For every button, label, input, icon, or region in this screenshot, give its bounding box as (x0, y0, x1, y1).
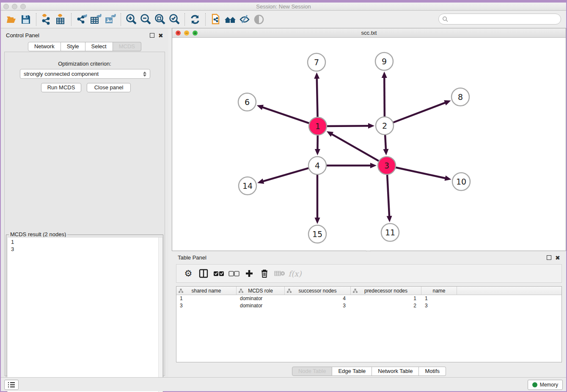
hide-selected-icon[interactable] (237, 12, 252, 27)
show-all-icon[interactable] (252, 12, 266, 27)
network-window-titlebar[interactable]: ✕ − + scc.txt (172, 28, 566, 38)
float-panel-icon[interactable] (150, 33, 156, 39)
gear-icon[interactable]: ⚙ (181, 267, 196, 280)
edge-3-10[interactable] (395, 167, 446, 178)
network-window-title: scc.txt (172, 30, 566, 36)
control-panel-tabs: NetworkStyleSelectMCDS (1, 42, 168, 51)
edge-3-1[interactable] (331, 134, 380, 161)
column-header-successor-nodes: successor nodes (298, 288, 336, 294)
run-mcds-button[interactable]: Run MCDS (41, 83, 81, 92)
tab-mcds[interactable]: MCDS (113, 42, 141, 51)
table-row[interactable]: 3dominator323 (176, 302, 561, 309)
table-column-header[interactable]: successor nodes (285, 287, 351, 295)
tab-network-table[interactable]: Network Table (372, 367, 419, 376)
toolbar-separator (36, 13, 36, 26)
result-scrollbar[interactable] (158, 237, 162, 392)
close-panel-button[interactable]: Close panel (87, 83, 131, 92)
import-table-icon[interactable] (54, 12, 68, 27)
table-column-header[interactable]: MCDS role (237, 287, 285, 295)
main-toolbar (1, 11, 566, 28)
search-field[interactable] (450, 16, 561, 22)
node-table[interactable]: shared nameMCDS rolesuccessor nodesprede… (176, 286, 562, 362)
mcds-result-group: MCDS result (2 nodes) 1 3 (6, 235, 163, 392)
arrowhead-icon (314, 72, 319, 79)
cell-shared-name: 3 (176, 302, 237, 309)
task-history-button[interactable] (4, 380, 19, 390)
mcds-panel: Optimization criterion: strongly connect… (4, 52, 165, 376)
table-header-row: shared nameMCDS rolesuccessor nodesprede… (176, 287, 561, 295)
tab-network[interactable]: Network (28, 42, 61, 51)
clone-network-icon[interactable] (209, 12, 223, 27)
mcds-result-title: MCDS result (2 nodes) (9, 231, 67, 237)
tab-motifs[interactable]: Motifs (419, 367, 446, 376)
mcds-result-area[interactable]: 1 3 (7, 237, 163, 392)
edge-2-8[interactable] (392, 102, 446, 123)
node-label-3: 3 (384, 161, 389, 170)
control-panel: Control Panel ✖ NetworkStyleSelectMCDS O… (1, 28, 168, 379)
table-column-header[interactable]: shared name (176, 287, 237, 295)
tab-edge-table[interactable]: Edge Table (332, 367, 372, 376)
arrowhead-icon (383, 149, 388, 155)
deselect-all-icon[interactable] (226, 267, 242, 280)
column-header-name: name (432, 288, 445, 294)
trash-icon[interactable] (257, 267, 272, 280)
zoom-selected-icon[interactable] (167, 12, 182, 27)
hierarchy-icon (353, 289, 358, 293)
arrowhead-icon (370, 163, 377, 168)
search-input[interactable] (438, 14, 561, 25)
edge-3-11[interactable] (387, 174, 389, 217)
export-table-icon[interactable] (89, 12, 103, 27)
memory-status-icon (532, 382, 537, 387)
add-icon[interactable] (242, 267, 257, 280)
edge-1-2[interactable] (326, 126, 369, 126)
node-label-6: 6 (245, 97, 250, 107)
zoom-fit-icon[interactable] (153, 12, 167, 27)
close-panel-icon[interactable]: ✖ (555, 255, 561, 261)
toolbar-separator (205, 13, 206, 26)
select-all-icon[interactable] (211, 267, 226, 280)
refresh-layout-icon[interactable] (188, 12, 202, 27)
main-titlebar: Session: New Session (1, 3, 566, 11)
tab-select[interactable]: Select (85, 42, 113, 51)
open-file-icon[interactable] (4, 12, 19, 27)
arrowhead-icon (382, 72, 387, 78)
first-neighbors-icon[interactable] (223, 12, 237, 27)
tab-style[interactable]: Style (61, 42, 85, 51)
zoom-out-icon[interactable] (138, 12, 153, 27)
edge-2-9[interactable] (384, 77, 385, 118)
close-panel-icon[interactable]: ✖ (158, 33, 164, 39)
node-label-14: 14 (242, 181, 253, 190)
node-label-15: 15 (312, 229, 322, 239)
arrowhead-icon (368, 123, 374, 129)
export-image-icon[interactable] (103, 12, 118, 27)
float-panel-icon[interactable] (547, 255, 553, 261)
criterion-select[interactable]: strongly connected component (20, 69, 150, 79)
zoom-in-icon[interactable] (124, 12, 138, 27)
edge-2-3[interactable] (385, 134, 386, 150)
import-network-icon[interactable] (39, 12, 54, 27)
arrowhead-icon (387, 216, 392, 222)
cell-shared-name: 1 (176, 295, 237, 302)
memory-button[interactable]: Memory (528, 380, 563, 390)
table-toolbar: ⚙ f(x) (176, 264, 562, 283)
column-header-predecessor-nodes: predecessor nodes (364, 288, 407, 294)
save-session-icon[interactable] (19, 12, 33, 27)
tab-node-table[interactable]: Node Table (292, 367, 333, 376)
node-label-1: 1 (315, 121, 320, 131)
split-panel-icon[interactable] (196, 267, 211, 280)
table-column-header[interactable]: name (421, 287, 457, 295)
cell-name: 1 (421, 295, 457, 302)
node-label-9: 9 (382, 57, 387, 66)
table-row[interactable]: 1dominator411 (176, 295, 561, 302)
hierarchy-icon (239, 289, 243, 293)
memory-label: Memory (540, 382, 558, 388)
toolbar-separator (121, 13, 121, 26)
edge-1-7[interactable] (317, 78, 318, 118)
cell-successor-nodes: 3 (285, 302, 351, 309)
network-canvas[interactable]: 7968124314101511 (172, 38, 566, 251)
arrowhead-icon (257, 105, 264, 110)
edge-4-14[interactable] (263, 168, 310, 181)
export-network-icon[interactable] (74, 12, 89, 27)
table-column-header[interactable]: predecessor nodes (351, 287, 421, 295)
edge-1-6[interactable] (262, 107, 310, 124)
